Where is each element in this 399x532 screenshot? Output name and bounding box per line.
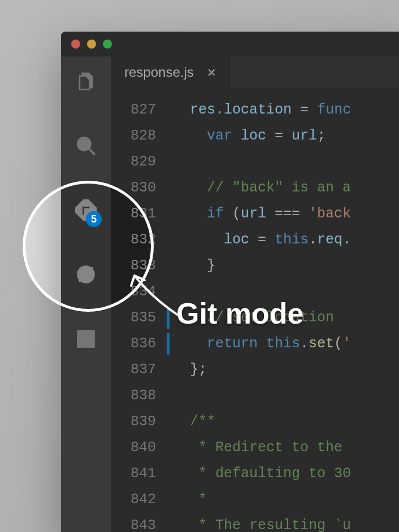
line-content[interactable]: if (url === 'back	[173, 201, 351, 227]
line-number: 841	[111, 461, 173, 487]
code-line[interactable]: 837 };	[111, 357, 399, 383]
git-badge: 5	[86, 211, 102, 227]
titlebar	[61, 32, 399, 56]
line-content[interactable]: *	[173, 487, 207, 513]
code-line[interactable]: 832 loc = this.req.	[111, 227, 399, 253]
tab-response-js[interactable]: response.js ×	[111, 56, 230, 88]
editor-window: 5	[61, 32, 399, 532]
line-number: 831	[111, 201, 173, 227]
code-line[interactable]: 836 return this.set('	[111, 331, 399, 357]
search-icon	[75, 135, 97, 159]
svg-line-1	[89, 149, 95, 155]
line-number: 832	[111, 227, 173, 253]
line-number: 834	[111, 279, 173, 305]
files-icon	[75, 71, 97, 94]
svg-rect-13	[78, 331, 85, 338]
line-content[interactable]: }	[173, 253, 215, 279]
close-icon[interactable]: ×	[207, 65, 216, 80]
line-number: 838	[111, 383, 173, 409]
line-number: 836	[111, 331, 173, 357]
line-content[interactable]: * defaulting to 30	[173, 461, 351, 487]
line-content[interactable]: };	[173, 357, 207, 383]
line-content[interactable]: loc = this.req.	[173, 227, 351, 253]
code-line[interactable]: 834	[111, 279, 399, 305]
line-content[interactable]: // "back" is an a	[173, 175, 351, 201]
code-line[interactable]: 835 // set location	[111, 305, 399, 331]
line-content[interactable]: * The resulting `u	[173, 513, 351, 532]
activity-git[interactable]: 5	[73, 199, 98, 224]
window-minimize-button[interactable]	[87, 40, 96, 49]
line-number: 842	[111, 487, 173, 513]
activity-bar: 5	[61, 56, 111, 532]
code-editor[interactable]: 827 res.location = func828 var loc = url…	[111, 88, 399, 532]
line-number: 837	[111, 357, 173, 383]
tab-bar: response.js ×	[111, 56, 399, 88]
activity-extensions[interactable]	[73, 328, 98, 352]
line-number: 827	[111, 97, 173, 123]
activity-explorer[interactable]	[73, 70, 98, 95]
code-line[interactable]: 833 }	[111, 253, 399, 279]
line-content[interactable]: // set location	[173, 305, 334, 331]
code-line[interactable]: 842 *	[111, 487, 399, 513]
code-line[interactable]: 839 /**	[111, 409, 399, 435]
line-content[interactable]: res.location = func	[173, 97, 351, 123]
svg-point-0	[78, 138, 90, 150]
line-content[interactable]: return this.set('	[173, 331, 351, 357]
line-number: 830	[111, 175, 173, 201]
line-number: 843	[111, 513, 173, 532]
activity-search[interactable]	[73, 134, 98, 159]
line-content[interactable]: var loc = url;	[173, 123, 326, 149]
window-zoom-button[interactable]	[103, 40, 112, 49]
line-number: 840	[111, 435, 173, 461]
code-line[interactable]: 828 var loc = url;	[111, 123, 399, 149]
line-number: 839	[111, 409, 173, 435]
svg-rect-16	[87, 340, 94, 347]
code-line[interactable]: 841 * defaulting to 30	[111, 461, 399, 487]
line-number: 828	[111, 123, 173, 149]
svg-rect-15	[78, 340, 85, 347]
tab-label: response.js	[124, 64, 194, 80]
svg-point-8	[83, 271, 90, 278]
line-number: 829	[111, 149, 173, 175]
code-line[interactable]: 838	[111, 383, 399, 409]
line-content[interactable]: * Redirect to the	[173, 435, 351, 461]
code-line[interactable]: 831 if (url === 'back	[111, 201, 399, 227]
debug-icon	[75, 264, 97, 287]
code-line[interactable]: 830 // "back" is an a	[111, 175, 399, 201]
line-number: 833	[111, 253, 173, 279]
code-line[interactable]: 827 res.location = func	[111, 97, 399, 123]
code-line[interactable]: 829	[111, 149, 399, 175]
editor-area: response.js × 827 res.location = func828…	[111, 56, 399, 532]
svg-rect-14	[87, 331, 94, 338]
line-content[interactable]: /**	[173, 409, 215, 435]
window-close-button[interactable]	[71, 40, 80, 49]
line-number: 835	[111, 305, 173, 331]
code-line[interactable]: 840 * Redirect to the	[111, 435, 399, 461]
code-line[interactable]: 843 * The resulting `u	[111, 513, 399, 532]
activity-debug[interactable]	[73, 263, 98, 288]
extensions-icon	[75, 328, 97, 352]
